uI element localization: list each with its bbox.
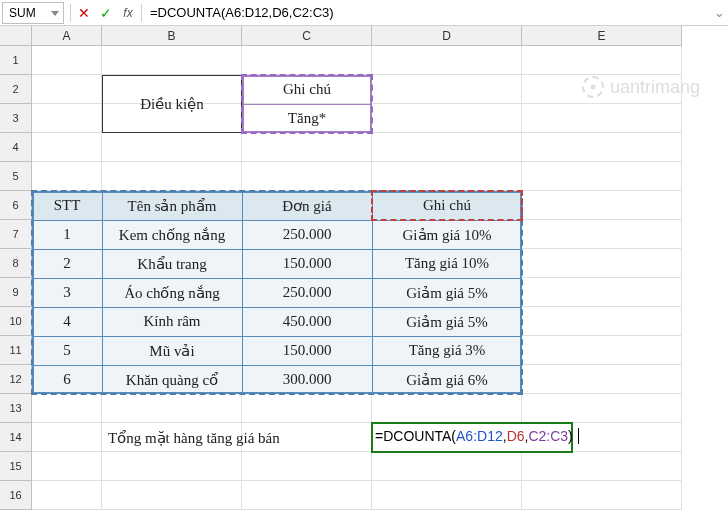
cell[interactable]	[102, 481, 242, 510]
cell[interactable]	[372, 278, 522, 307]
active-cell[interactable]	[371, 422, 573, 453]
cell[interactable]	[372, 481, 522, 510]
cell[interactable]	[372, 394, 522, 423]
row-header-2[interactable]: 2	[0, 75, 32, 104]
cell[interactable]	[242, 75, 372, 104]
cell[interactable]	[522, 336, 682, 365]
cell[interactable]	[32, 336, 102, 365]
row-header-15[interactable]: 15	[0, 452, 32, 481]
cell[interactable]	[242, 162, 372, 191]
cell[interactable]	[102, 249, 242, 278]
cell[interactable]	[242, 452, 372, 481]
cell[interactable]	[102, 423, 242, 452]
cell[interactable]	[242, 394, 372, 423]
cell[interactable]	[522, 46, 682, 75]
cell[interactable]	[242, 249, 372, 278]
row-header-4[interactable]: 4	[0, 133, 32, 162]
cancel-icon[interactable]: ✕	[73, 3, 95, 23]
cell[interactable]	[32, 191, 102, 220]
cell[interactable]	[102, 307, 242, 336]
row-header-14[interactable]: 14	[0, 423, 32, 452]
cell[interactable]	[32, 394, 102, 423]
cell[interactable]	[372, 75, 522, 104]
expand-icon[interactable]: ⌄	[710, 5, 728, 20]
col-header-b[interactable]: B	[102, 26, 242, 46]
row-header-1[interactable]: 1	[0, 46, 32, 75]
cell[interactable]	[522, 307, 682, 336]
cell[interactable]	[372, 46, 522, 75]
cell[interactable]	[102, 104, 242, 133]
cell[interactable]	[522, 365, 682, 394]
row-header-9[interactable]: 9	[0, 278, 32, 307]
cell[interactable]	[242, 278, 372, 307]
row-header-10[interactable]: 10	[0, 307, 32, 336]
cell[interactable]	[522, 278, 682, 307]
cell[interactable]	[102, 191, 242, 220]
col-header-c[interactable]: C	[242, 26, 372, 46]
cell[interactable]	[372, 162, 522, 191]
cell[interactable]	[32, 104, 102, 133]
cell[interactable]	[102, 46, 242, 75]
cell[interactable]	[32, 133, 102, 162]
cell[interactable]	[522, 452, 682, 481]
fx-icon[interactable]: fx	[117, 3, 139, 23]
name-box[interactable]: SUM	[2, 2, 64, 24]
cell[interactable]	[102, 336, 242, 365]
cell[interactable]	[242, 423, 372, 452]
cell[interactable]	[102, 133, 242, 162]
cell[interactable]	[32, 220, 102, 249]
cell[interactable]	[242, 481, 372, 510]
cell[interactable]	[242, 133, 372, 162]
cell[interactable]	[102, 278, 242, 307]
col-header-e[interactable]: E	[522, 26, 682, 46]
row-header-5[interactable]: 5	[0, 162, 32, 191]
cell[interactable]	[102, 75, 242, 104]
row-header-8[interactable]: 8	[0, 249, 32, 278]
row-header-7[interactable]: 7	[0, 220, 32, 249]
row-header-12[interactable]: 12	[0, 365, 32, 394]
row-header-3[interactable]: 3	[0, 104, 32, 133]
cell[interactable]	[522, 220, 682, 249]
cell[interactable]	[32, 75, 102, 104]
cell[interactable]	[242, 220, 372, 249]
cell[interactable]	[372, 336, 522, 365]
cell[interactable]	[32, 423, 102, 452]
cell[interactable]	[32, 452, 102, 481]
cell[interactable]	[372, 365, 522, 394]
cell[interactable]	[522, 191, 682, 220]
row-header-6[interactable]: 6	[0, 191, 32, 220]
cell[interactable]	[102, 220, 242, 249]
cell[interactable]	[242, 336, 372, 365]
cell[interactable]	[242, 307, 372, 336]
cell[interactable]	[522, 481, 682, 510]
cell[interactable]	[242, 365, 372, 394]
cell[interactable]	[32, 365, 102, 394]
col-header-d[interactable]: D	[372, 26, 522, 46]
cell[interactable]	[102, 394, 242, 423]
cell[interactable]	[242, 46, 372, 75]
cell[interactable]	[32, 278, 102, 307]
cell[interactable]	[102, 452, 242, 481]
row-header-13[interactable]: 13	[0, 394, 32, 423]
cell[interactable]	[102, 162, 242, 191]
confirm-icon[interactable]: ✓	[95, 3, 117, 23]
row-header-16[interactable]: 16	[0, 481, 32, 510]
formula-input[interactable]: =DCOUNTA(A6:D12,D6,C2:C3)	[144, 2, 710, 23]
row-header-11[interactable]: 11	[0, 336, 32, 365]
cell[interactable]	[522, 104, 682, 133]
cell[interactable]	[522, 162, 682, 191]
cell[interactable]	[372, 307, 522, 336]
cell[interactable]	[242, 191, 372, 220]
cell[interactable]	[522, 133, 682, 162]
cell[interactable]	[522, 249, 682, 278]
cell[interactable]	[32, 307, 102, 336]
col-header-a[interactable]: A	[32, 26, 102, 46]
cell[interactable]	[102, 365, 242, 394]
cell[interactable]	[522, 394, 682, 423]
cell[interactable]	[32, 162, 102, 191]
cell[interactable]	[372, 104, 522, 133]
cell[interactable]	[372, 452, 522, 481]
cell[interactable]	[372, 133, 522, 162]
cell[interactable]	[32, 46, 102, 75]
cells-area[interactable]	[32, 46, 682, 510]
